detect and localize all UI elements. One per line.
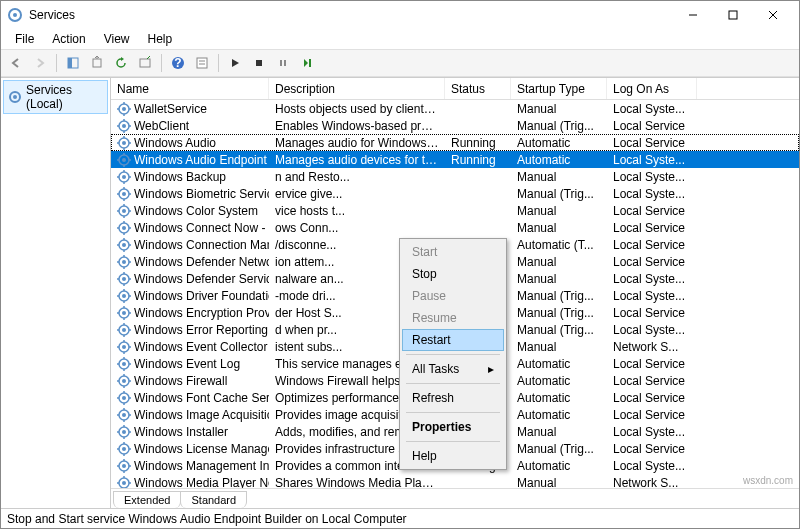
service-row[interactable]: Windows AudioManages audio for Windows-b… bbox=[111, 134, 799, 151]
svg-point-52 bbox=[122, 192, 126, 196]
pause-service-button[interactable] bbox=[272, 52, 294, 74]
svg-point-112 bbox=[122, 362, 126, 366]
service-startup-type: Manual bbox=[511, 102, 607, 116]
service-logon-as: Network S... bbox=[607, 340, 697, 354]
service-row[interactable]: Windows Color System vice hosts t...Manu… bbox=[111, 202, 799, 219]
main-area: Services (Local) Name Description Status… bbox=[1, 77, 799, 508]
svg-point-148 bbox=[122, 464, 126, 468]
service-startup-type: Automatic bbox=[511, 357, 607, 371]
service-name: WalletService bbox=[111, 102, 269, 116]
gear-icon bbox=[117, 221, 131, 235]
service-startup-type: Manual bbox=[511, 170, 607, 184]
sidebar-item-services-local[interactable]: Services (Local) bbox=[3, 80, 108, 114]
service-row[interactable]: Windows Biometric Service ervice give...… bbox=[111, 185, 799, 202]
service-logon-as: Local Syste... bbox=[607, 170, 697, 184]
column-status[interactable]: Status bbox=[445, 78, 511, 99]
column-startup-type[interactable]: Startup Type bbox=[511, 78, 607, 99]
service-logon-as: Local Syste... bbox=[607, 425, 697, 439]
service-startup-type: Automatic bbox=[511, 408, 607, 422]
service-row[interactable]: Windows Audio Endpoint B...Manages audio… bbox=[111, 151, 799, 168]
column-log-on-as[interactable]: Log On As bbox=[607, 78, 697, 99]
refresh-button[interactable] bbox=[110, 52, 132, 74]
column-description[interactable]: Description bbox=[269, 78, 445, 99]
service-name: Windows Defender Service bbox=[111, 272, 269, 286]
properties-button[interactable] bbox=[191, 52, 213, 74]
service-startup-type: Manual bbox=[511, 340, 607, 354]
service-description: vice hosts t... bbox=[269, 204, 445, 218]
restart-service-button[interactable] bbox=[296, 52, 318, 74]
service-name: Windows Media Player Net... bbox=[111, 476, 269, 489]
service-logon-as: Local Service bbox=[607, 136, 697, 150]
service-name: Windows Audio bbox=[111, 136, 269, 150]
gear-icon bbox=[117, 136, 131, 150]
ctx-help[interactable]: Help bbox=[402, 445, 504, 467]
forward-button[interactable] bbox=[29, 52, 51, 74]
svg-rect-9 bbox=[140, 59, 150, 67]
start-service-button[interactable] bbox=[224, 52, 246, 74]
ctx-pause[interactable]: Pause bbox=[402, 285, 504, 307]
export-button[interactable] bbox=[86, 52, 108, 74]
export-list-button[interactable] bbox=[134, 52, 156, 74]
service-row[interactable]: Windows Media Player Net...Shares Window… bbox=[111, 474, 799, 488]
service-name: Windows Image Acquisitio... bbox=[111, 408, 269, 422]
submenu-arrow-icon: ▸ bbox=[488, 362, 494, 376]
ctx-start[interactable]: Start bbox=[402, 241, 504, 263]
gear-icon bbox=[117, 187, 131, 201]
ctx-all-tasks[interactable]: All Tasks▸ bbox=[402, 358, 504, 380]
stop-service-button[interactable] bbox=[248, 52, 270, 74]
ctx-separator bbox=[406, 354, 500, 355]
ctx-separator bbox=[406, 412, 500, 413]
menu-file[interactable]: File bbox=[7, 30, 42, 48]
service-row[interactable]: Windows Backup n and Resto...ManualLocal… bbox=[111, 168, 799, 185]
service-startup-type: Manual bbox=[511, 476, 607, 489]
tab-extended[interactable]: Extended bbox=[113, 491, 181, 508]
service-name: Windows Connect Now - C... bbox=[111, 221, 269, 235]
menu-view[interactable]: View bbox=[96, 30, 138, 48]
column-name[interactable]: Name bbox=[111, 78, 269, 99]
service-startup-type: Manual (Trig... bbox=[511, 442, 607, 456]
svg-point-34 bbox=[122, 141, 126, 145]
ctx-resume[interactable]: Resume bbox=[402, 307, 504, 329]
service-startup-type: Manual bbox=[511, 204, 607, 218]
svg-point-64 bbox=[122, 226, 126, 230]
service-startup-type: Manual (Trig... bbox=[511, 187, 607, 201]
gear-icon bbox=[117, 357, 131, 371]
help-button[interactable]: ? bbox=[167, 52, 189, 74]
svg-point-82 bbox=[122, 277, 126, 281]
service-startup-type: Manual (Trig... bbox=[511, 306, 607, 320]
menu-help[interactable]: Help bbox=[140, 30, 181, 48]
service-name: Windows Biometric Service bbox=[111, 187, 269, 201]
status-bar: Stop and Start service Windows Audio End… bbox=[1, 508, 799, 528]
tabs-row: Extended Standard bbox=[111, 488, 799, 508]
gear-icon bbox=[117, 442, 131, 456]
service-name: WebClient bbox=[111, 119, 269, 133]
service-row[interactable]: WebClientEnables Windows-based programs … bbox=[111, 117, 799, 134]
service-row[interactable]: Windows Connect Now - C... ows Conn...Ma… bbox=[111, 219, 799, 236]
service-description: ervice give... bbox=[269, 187, 445, 201]
service-startup-type: Manual (Trig... bbox=[511, 289, 607, 303]
service-startup-type: Automatic bbox=[511, 391, 607, 405]
service-name: Windows Encryption Provid... bbox=[111, 306, 269, 320]
svg-text:?: ? bbox=[174, 56, 181, 70]
ctx-properties[interactable]: Properties bbox=[402, 416, 504, 438]
tab-standard[interactable]: Standard bbox=[180, 491, 247, 508]
svg-point-142 bbox=[122, 447, 126, 451]
svg-point-118 bbox=[122, 379, 126, 383]
ctx-refresh[interactable]: Refresh bbox=[402, 387, 504, 409]
service-startup-type: Automatic (T... bbox=[511, 238, 607, 252]
service-logon-as: Local Syste... bbox=[607, 289, 697, 303]
back-button[interactable] bbox=[5, 52, 27, 74]
service-name: Windows Event Log bbox=[111, 357, 269, 371]
ctx-restart[interactable]: Restart bbox=[402, 329, 504, 351]
service-status: Running bbox=[445, 136, 511, 150]
ctx-stop[interactable]: Stop bbox=[402, 263, 504, 285]
service-row[interactable]: WalletServiceHosts objects used by clien… bbox=[111, 100, 799, 117]
service-logon-as: Local Service bbox=[607, 374, 697, 388]
show-hide-button[interactable] bbox=[62, 52, 84, 74]
maximize-button[interactable] bbox=[713, 2, 753, 28]
minimize-button[interactable] bbox=[673, 2, 713, 28]
service-startup-type: Automatic bbox=[511, 136, 607, 150]
close-button[interactable] bbox=[753, 2, 793, 28]
menu-action[interactable]: Action bbox=[44, 30, 93, 48]
service-logon-as: Local Service bbox=[607, 408, 697, 422]
